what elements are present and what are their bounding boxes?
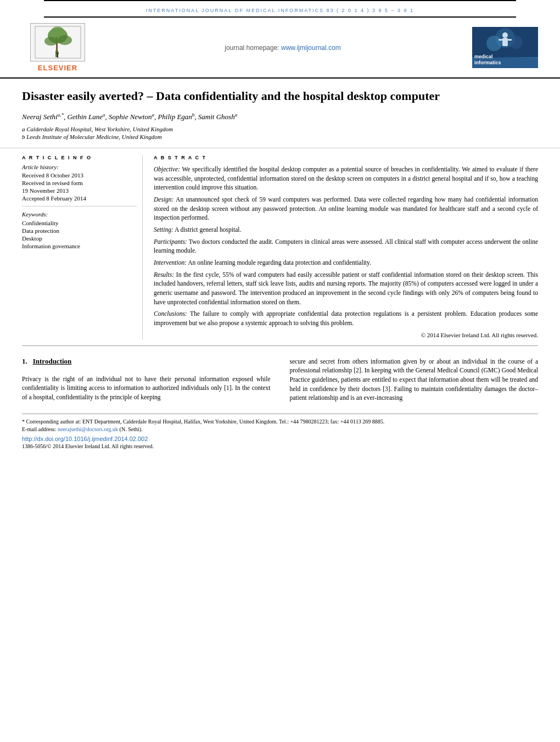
participants-label: Participants: [154,238,187,245]
article-title: Disaster easily averted? – Data confiden… [22,88,538,104]
svg-point-13 [502,32,508,38]
svg-rect-15 [499,39,502,41]
affiliation-b: b Leeds Institute of Molecular Medicine,… [22,133,538,140]
issn-copyright: 1386-5056/© 2014 Elsevier Ireland Ltd. A… [22,443,538,449]
abstract-design: Design: An unannounced spot check of 59 … [154,195,538,222]
objective-text: We specifically identified the hospital … [154,166,538,191]
svg-rect-16 [508,39,512,41]
received-date-1: Received 8 October 2013 [22,172,137,178]
design-text: An unannounced spot check of 59 ward com… [154,196,538,221]
article-title-section: Disaster easily averted? – Data confiden… [0,79,560,148]
objective-label: Objective: [154,166,180,172]
setting-text: A district general hospital. [175,226,241,233]
author-egan: Philip Eganb [158,113,194,121]
intro-section-number: 1. [22,357,27,366]
abstract-copyright: © 2014 Elsevier Ireland Ltd. All rights … [154,331,538,340]
doi-link: http://dx.doi.org/10.1016/j.ijmedinf.201… [22,436,538,442]
svg-rect-14 [502,38,508,46]
setting-label: Setting: [154,226,173,233]
abstract-participants: Participants: Two doctors conducted the … [154,237,538,255]
keyword-data-protection: Data protection [22,227,137,234]
journal-header: INTERNATIONAL JOURNAL OF MEDICAL INFORMA… [44,0,516,18]
elsevier-tree-icon [30,23,85,62]
journal-homepage-link[interactable]: www.ijmijournal.com [281,44,341,52]
author-ghosh: Samit Ghosha [198,113,237,121]
affiliation-a: a Calderdale Royal Hospital, West Yorksh… [22,126,538,132]
elsevier-logo: ELSEVIER [22,23,93,72]
received-revised-label: Received in revised form [22,180,137,186]
abstract-setting: Setting: A district general hospital. [154,225,538,235]
svg-point-5 [51,26,64,36]
mi-logo: medical informatics [472,27,538,68]
abstract-text: Objective: We specifically identified th… [154,165,538,340]
accepted-date: Accepted 8 February 2014 [22,195,137,202]
abstract-conclusions: Conclusions: The failure to comply with … [154,309,538,327]
results-label: Results: [154,271,174,278]
abstract-column: A B S T R A C T Objective: We specifical… [154,155,538,340]
abstract-heading: A B S T R A C T [154,155,538,160]
intro-left-text: Privacy is the right of an individual no… [22,375,271,402]
corresponding-author-note: * Corresponding author at: ENT Departmen… [22,419,538,425]
received-revised-date: 19 November 2013 [22,187,137,194]
abstract-intervention: Intervention: An online learning module … [154,258,538,267]
footer: * Corresponding author at: ENT Departmen… [22,414,538,449]
keyword-confidentiality: Confidentiality [22,220,137,226]
doi-anchor[interactable]: http://dx.doi.org/10.1016/j.ijmedinf.201… [22,436,148,442]
intervention-text: An online learning module regarding data… [188,259,371,266]
intro-right-col: secure and secret from others informatio… [290,357,539,403]
keyword-desktop: Desktop [22,235,137,242]
article-info-column: A R T I C L E I N F O Article history: R… [22,155,143,340]
introduction-section: 1. Introduction Privacy is the right of … [0,352,560,403]
svg-point-4 [58,35,72,45]
article-history-label: Article history: [22,164,137,170]
keywords-label: Keywords: [22,211,137,217]
svg-rect-7 [57,54,58,58]
elsevier-wordmark: ELSEVIER [38,64,77,72]
svg-point-11 [486,36,502,51]
article-info-heading: A R T I C L E I N F O [22,155,137,160]
mi-logo-graphic [472,27,538,57]
keywords-section: Keywords: Confidentiality Data protectio… [22,211,137,249]
results-text: In the first cycle, 55% of ward computer… [154,271,538,305]
author-lane: Gethin Lanea [67,113,105,121]
svg-point-3 [44,37,58,46]
design-label: Design: [154,196,173,203]
page: INTERNATIONAL JOURNAL OF MEDICAL INFORMA… [0,0,560,742]
journal-title: INTERNATIONAL JOURNAL OF MEDICAL INFORMA… [146,8,414,13]
journal-homepage: journal homepage: www.ijmijournal.com [225,44,340,52]
participants-text: Two doctors conducted the audit. Compute… [154,238,538,254]
email-line: E-mail address: neerajsethi@doctors.org.… [22,426,538,432]
affiliations: a Calderdale Royal Hospital, West Yorksh… [22,126,538,140]
info-divider [22,206,137,207]
authors-line: Neeraj Sethia,*, Gethin Lanea, Sophie Ne… [22,112,538,121]
svg-point-12 [509,36,523,49]
intervention-label: Intervention: [154,259,187,266]
conclusions-label: Conclusions: [154,310,187,317]
email-link[interactable]: neerajsethi@doctors.org.uk [58,426,118,432]
logo-row: ELSEVIER journal homepage: www.ijmijourn… [0,18,560,79]
mi-logo-text: medical informatics [474,54,501,66]
abstract-objective: Objective: We specifically identified th… [154,165,538,192]
abstract-results: Results: In the first cycle, 55% of ward… [154,270,538,307]
email-suffix: (N. Sethi). [120,426,143,432]
intro-section-title: Introduction [33,357,72,366]
two-col-section: A R T I C L E I N F O Article history: R… [0,148,560,340]
svg-point-6 [57,52,59,54]
keyword-information-governance: Information governance [22,243,137,249]
author-sethi: Neeraj Sethia,* [22,113,64,121]
elsevier-tree-svg [35,26,81,59]
intro-left-col: 1. Introduction Privacy is the right of … [22,357,279,403]
intro-right-text: secure and secret from others informatio… [290,357,539,403]
section-divider [22,345,538,346]
author-newton: Sophie Newtona [109,113,154,121]
conclusions-text: The failure to comply with appropriate c… [154,310,538,326]
